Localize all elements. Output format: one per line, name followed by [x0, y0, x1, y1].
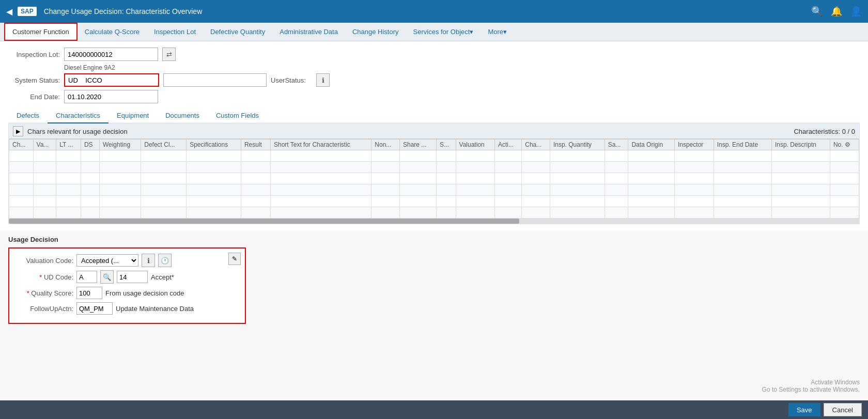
- usage-decision-title: Usage Decision: [8, 236, 860, 243]
- col-sa: Sa...: [605, 139, 628, 150]
- inspection-lot-desc: Diesel Engine 9A2: [64, 64, 860, 71]
- ud-code-static: Accept*: [151, 273, 174, 281]
- valuation-code-clock-btn[interactable]: 🕐: [158, 254, 172, 267]
- table-row: [9, 150, 859, 162]
- inspection-lot-icon-btn[interactable]: ⇄: [162, 48, 176, 61]
- tab-calculate-q-score[interactable]: Calculate Q-Score: [78, 23, 147, 41]
- tab-more[interactable]: More ▾: [481, 23, 514, 41]
- followup-static: Update Maintenance Data: [116, 305, 194, 313]
- col-specifications: Specifications: [187, 139, 241, 150]
- top-bar-icons: 🔍 🔔 👤: [811, 6, 862, 17]
- sub-tab-defects[interactable]: Defects: [8, 108, 48, 123]
- table-scrollbar[interactable]: [9, 219, 859, 224]
- characteristics-count: Characteristics: 0 / 0: [794, 128, 855, 135]
- col-weighting: Weighting: [99, 139, 141, 150]
- top-bar: ◀ SAP Change Usage Decision: Characteris…: [0, 0, 868, 23]
- ud-code-row: UD Code: 🔍 Accept*: [17, 270, 238, 284]
- col-insp-end-date: Insp. End Date: [714, 139, 771, 150]
- ud-edit-icon-btn[interactable]: ✎: [228, 253, 241, 265]
- sub-tab-characteristics[interactable]: Characteristics: [48, 108, 109, 123]
- table-scrollbar-thumb[interactable]: [9, 219, 519, 224]
- nav-tabs: Customer Function Calculate Q-Score Insp…: [0, 23, 868, 41]
- tab-administrative-data[interactable]: Administrative Data: [272, 23, 345, 41]
- table-row: [9, 196, 859, 207]
- col-share: Share ...: [400, 139, 437, 150]
- quality-score-static: From usage decision code: [105, 289, 184, 297]
- sub-tabs: Defects Characteristics Equipment Docume…: [8, 108, 860, 123]
- col-insp-quantity: Insp. Quantity: [550, 139, 605, 150]
- col-data-origin: Data Origin: [628, 139, 675, 150]
- characteristics-table: Ch... Va... LT ... DS Weighting Defect C…: [9, 139, 859, 219]
- followup-row: FollowUpActn: Update Maintenance Data: [17, 302, 238, 315]
- tab-services-for-object[interactable]: Services for Object ▾: [406, 23, 481, 41]
- sub-tab-custom-fields[interactable]: Custom Fields: [208, 108, 267, 123]
- bell-icon[interactable]: 🔔: [831, 6, 842, 17]
- table-header-row: ▶ Chars relevant for usage decision Char…: [9, 124, 859, 139]
- col-insp-descriptn: Insp. Descriptn: [771, 139, 830, 150]
- user-status-input[interactable]: [163, 73, 267, 87]
- end-date-label: End Date:: [8, 93, 60, 101]
- system-status-label: System Status:: [8, 76, 60, 84]
- col-short-text: Short Text for Characteristic: [270, 139, 371, 150]
- tab-change-history[interactable]: Change History: [345, 23, 406, 41]
- quality-score-row: Quality Score: From usage decision code: [17, 287, 238, 299]
- valuation-code-row: Valuation Code: Accepted (... ℹ 🕐: [17, 254, 238, 267]
- inspection-lot-label: Inspection Lot:: [8, 51, 60, 58]
- quality-score-input[interactable]: [76, 287, 102, 299]
- back-button[interactable]: ◀: [6, 7, 12, 17]
- col-result: Result: [241, 139, 270, 150]
- table-section-label: Chars relevant for usage decision: [27, 128, 128, 135]
- table-row: [9, 162, 859, 173]
- main-content: Inspection Lot: ⇄ Diesel Engine 9A2 Syst…: [0, 41, 868, 230]
- col-inspector: Inspector: [674, 139, 714, 150]
- ud-code-text-input[interactable]: [117, 271, 148, 283]
- valuation-code-info-btn[interactable]: ℹ: [142, 254, 155, 267]
- col-valuation: Valuation: [456, 139, 494, 150]
- ud-code-search-btn[interactable]: 🔍: [100, 270, 114, 284]
- col-s: S...: [436, 139, 456, 150]
- col-no: No. ⚙: [830, 139, 859, 150]
- usage-decision-box: ✎ Valuation Code: Accepted (... ℹ 🕐 UD C…: [8, 247, 246, 324]
- table-row: [9, 207, 859, 219]
- col-acti: Acti...: [495, 139, 522, 150]
- valuation-code-label: Valuation Code:: [17, 257, 73, 265]
- end-date-input[interactable]: [64, 90, 158, 103]
- col-defect-cl: Defect Cl...: [141, 139, 187, 150]
- col-va: Va...: [33, 139, 56, 150]
- col-cha: Cha...: [522, 139, 550, 150]
- user-status-info-btn[interactable]: ℹ: [316, 73, 330, 87]
- inspection-lot-input[interactable]: [64, 48, 158, 61]
- table-row: [9, 184, 859, 196]
- inspection-lot-row: Inspection Lot: ⇄: [8, 48, 860, 61]
- tab-defective-quantity[interactable]: Defective Quantity: [203, 23, 272, 41]
- quality-score-label: Quality Score:: [17, 289, 73, 297]
- col-ch: Ch...: [9, 139, 34, 150]
- page-title: Change Usage Decision: Characteristic Ov…: [44, 7, 806, 15]
- table-section: ▶ Chars relevant for usage decision Char…: [8, 123, 860, 224]
- sub-tab-documents[interactable]: Documents: [157, 108, 208, 123]
- system-status-input[interactable]: [64, 73, 159, 87]
- table-expand-btn[interactable]: ▶: [13, 126, 23, 136]
- col-lt: LT ...: [56, 139, 81, 150]
- tab-inspection-lot[interactable]: Inspection Lot: [147, 23, 203, 41]
- user-status-label: UserStatus:: [271, 76, 312, 84]
- ud-code-input[interactable]: [76, 271, 97, 283]
- valuation-code-select[interactable]: Accepted (...: [76, 254, 138, 267]
- search-icon[interactable]: 🔍: [811, 6, 823, 17]
- sub-tab-equipment[interactable]: Equipment: [109, 108, 157, 123]
- tab-customer-function[interactable]: Customer Function: [4, 23, 78, 41]
- col-non: Non...: [371, 139, 400, 150]
- table-row: [9, 173, 859, 184]
- sap-logo: SAP: [18, 7, 37, 16]
- usage-decision-section: Usage Decision ✎ Valuation Code: Accepte…: [0, 230, 868, 329]
- col-ds: DS: [81, 139, 99, 150]
- ud-code-label: UD Code:: [17, 273, 73, 281]
- table-scroll[interactable]: Ch... Va... LT ... DS Weighting Defect C…: [9, 139, 859, 219]
- followup-label: FollowUpActn:: [17, 305, 73, 313]
- user-icon[interactable]: 👤: [850, 6, 862, 17]
- followup-input[interactable]: [76, 302, 113, 315]
- end-date-row: End Date:: [8, 90, 860, 103]
- system-status-row: System Status: UserStatus: ℹ: [8, 73, 860, 87]
